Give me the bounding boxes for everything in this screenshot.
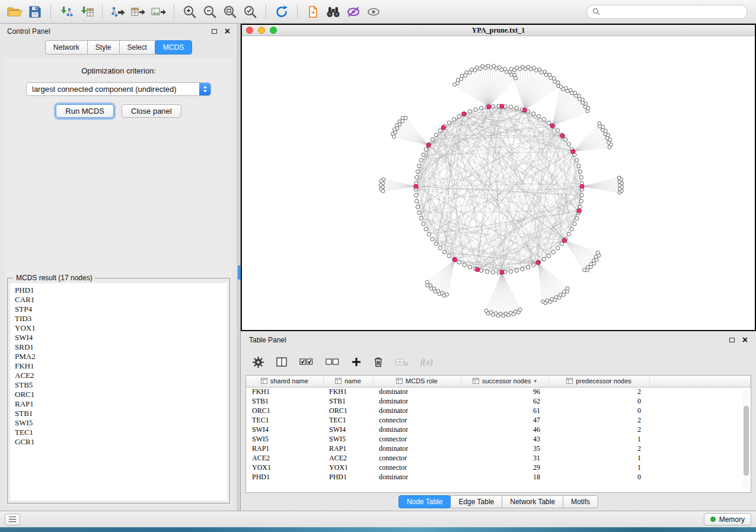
tab-node-table[interactable]: Node Table	[398, 495, 451, 508]
mcds-buttons-row: Run MCDS Close panel	[56, 104, 181, 118]
table-row[interactable]: ORC1ORC1dominator610	[246, 406, 751, 415]
function-builder-button[interactable]: f(x)	[420, 357, 433, 367]
close-panel-icon[interactable]: ×	[225, 27, 230, 36]
mcds-node-item[interactable]: FKH1	[15, 361, 222, 371]
tab-style[interactable]: Style	[87, 40, 120, 55]
mcds-node-item[interactable]: CAR1	[15, 295, 222, 305]
status-menu-button[interactable]	[5, 514, 20, 525]
table-row[interactable]: PHD1PHD1dominator180	[246, 472, 751, 482]
float-panel-icon[interactable]	[212, 29, 217, 34]
hide-selected-button[interactable]	[343, 3, 363, 21]
mcds-node-item[interactable]: STB1	[15, 409, 222, 418]
zoom-fit-button[interactable]	[220, 3, 240, 21]
export-table-button[interactable]	[128, 3, 148, 21]
desktop-wallpaper-strip	[0, 527, 756, 532]
clone-network-button[interactable]	[303, 3, 323, 21]
zoom-out-button[interactable]	[200, 3, 220, 21]
open-folder-icon	[7, 6, 23, 18]
zoom-selected-button[interactable]	[240, 3, 260, 21]
run-mcds-button[interactable]: Run MCDS	[56, 104, 114, 118]
maximize-window-icon[interactable]	[270, 27, 277, 34]
show-all-button[interactable]	[363, 3, 384, 21]
table-row[interactable]: STB1STB1dominator620	[246, 396, 751, 406]
mcds-node-item[interactable]: STB5	[15, 380, 222, 390]
search-icon	[592, 8, 600, 15]
tab-network[interactable]: Network	[45, 40, 88, 55]
mcds-node-item[interactable]: TEC1	[15, 428, 222, 437]
binoculars-icon	[326, 6, 341, 18]
column-header-mcds-role[interactable]: MCDS role	[373, 376, 461, 387]
table-settings-button[interactable]	[253, 357, 264, 368]
refresh-view-button[interactable]	[272, 3, 292, 21]
table-scrollbar[interactable]	[743, 388, 749, 491]
mcds-node-item[interactable]: SWI4	[15, 333, 222, 342]
export-image-button[interactable]	[148, 3, 168, 21]
import-network-button[interactable]	[56, 3, 76, 21]
table-row[interactable]: FKH1FKH1dominator962	[246, 387, 751, 396]
export-image-icon	[151, 6, 167, 18]
mcds-node-item[interactable]: TID3	[15, 314, 222, 323]
import-table-button[interactable]	[76, 3, 97, 21]
splitter-grip-icon[interactable]	[238, 265, 241, 280]
add-column-button[interactable]	[352, 357, 361, 367]
tab-select[interactable]: Select	[119, 40, 155, 55]
float-table-panel-icon[interactable]	[729, 338, 735, 342]
export-network-button[interactable]	[108, 3, 128, 21]
table-row[interactable]: ACE2ACE2connector311	[246, 453, 751, 463]
network-svg[interactable]	[242, 36, 755, 330]
first-neighbors-button[interactable]	[323, 3, 343, 21]
close-panel-button[interactable]: Close panel	[122, 104, 181, 118]
close-window-icon[interactable]	[246, 27, 253, 34]
mcds-node-item[interactable]: RAP1	[15, 399, 222, 409]
network-canvas[interactable]	[242, 36, 755, 330]
open-file-button[interactable]	[5, 3, 25, 21]
tab-edge-table[interactable]: Edge Table	[450, 495, 502, 508]
gear-icon	[253, 357, 264, 368]
clear-table-button[interactable]	[395, 358, 408, 366]
table-grid-icon	[261, 378, 267, 384]
table-row[interactable]: SWI4SWI4dominator462	[246, 425, 751, 434]
tab-motifs[interactable]: Motifs	[563, 495, 598, 508]
unchecked-boxes-icon	[326, 358, 339, 366]
mcds-node-item[interactable]: ACE2	[15, 371, 222, 380]
table-row[interactable]: YOX1YOX1connector291	[246, 463, 751, 472]
tab-mcds[interactable]: MCDS	[155, 40, 192, 55]
close-table-panel-icon[interactable]: ×	[742, 335, 748, 345]
table-row[interactable]: SWI5SWI5connector431	[246, 434, 751, 444]
column-header-successor-nodes[interactable]: successor nodes▾	[461, 376, 548, 387]
zoom-in-button[interactable]	[180, 3, 200, 21]
scrollbar-thumb[interactable]	[744, 406, 749, 476]
delete-column-button[interactable]	[374, 357, 383, 367]
toolbar-separator	[174, 5, 174, 19]
save-session-button[interactable]	[25, 3, 45, 21]
show-columns-button[interactable]	[276, 357, 287, 367]
column-header-shared-name[interactable]: shared name	[246, 376, 323, 387]
column-header-name[interactable]: name	[323, 376, 373, 387]
memory-button[interactable]: Memory	[704, 513, 751, 525]
mcds-node-item[interactable]: SRD1	[15, 342, 222, 352]
mcds-result-list[interactable]: PHD1CAR1STP4TID3YOX1SWI4SRD1PMA2FKH1ACE2…	[10, 283, 227, 501]
export-table-icon	[130, 6, 146, 18]
mcds-node-item[interactable]: STP4	[15, 305, 222, 314]
panel-splitter[interactable]	[238, 24, 241, 511]
mcds-node-item[interactable]: PMA2	[15, 352, 222, 361]
column-header-predecessor-nodes[interactable]: predecessor nodes	[548, 376, 649, 387]
network-window-titlebar[interactable]: YPA_prune.txt_1	[242, 25, 755, 36]
sort-direction-icon[interactable]: ▾	[534, 378, 537, 384]
mcds-node-item[interactable]: PHD1	[15, 286, 222, 295]
deselect-all-rows-button[interactable]	[326, 358, 339, 366]
optimization-criterion-select[interactable]: largest connected component (undirected)	[26, 82, 211, 96]
mcds-node-item[interactable]: YOX1	[15, 323, 222, 333]
mcds-node-item[interactable]: SWI5	[15, 418, 222, 428]
table-row[interactable]: RAP1RAP1dominator352	[246, 444, 751, 453]
search-input[interactable]	[604, 8, 742, 16]
mcds-node-item[interactable]: GCR1	[15, 437, 222, 447]
toolbar-separator	[102, 5, 103, 19]
search-box[interactable]	[586, 5, 748, 19]
mcds-node-item[interactable]: ORC1	[15, 390, 222, 399]
table-row[interactable]: TEC1TEC1connector472	[246, 415, 751, 425]
checked-boxes-icon	[299, 358, 313, 366]
tab-network-table[interactable]: Network Table	[502, 495, 563, 508]
select-all-rows-button[interactable]	[299, 358, 313, 366]
minimize-window-icon[interactable]	[258, 27, 265, 34]
